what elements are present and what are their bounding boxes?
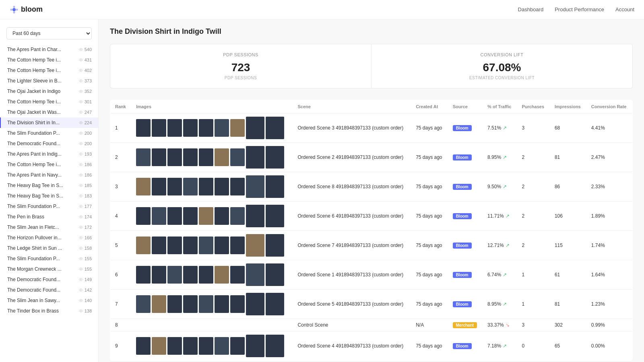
images-cell	[131, 231, 293, 260]
logo: bloom	[10, 5, 43, 14]
sidebar-item-count: 172	[78, 225, 92, 230]
product-thumbnail-large	[246, 335, 264, 357]
top-nav: bloom Dashboard Product Performance Acco…	[0, 0, 644, 19]
sidebar-item[interactable]: The Ojai Jacket in Indigo 352	[0, 86, 98, 97]
source-cell: Merchant	[448, 319, 483, 331]
product-thumbnail	[183, 295, 198, 313]
product-thumbnail-large	[246, 263, 264, 286]
sidebar-item-count: 193	[78, 152, 92, 156]
date-filter-select[interactable]: Past 60 days Past 7 days Past 30 days Pa…	[6, 27, 92, 39]
product-thumbnail-large	[266, 293, 284, 315]
conversion-lift-sub: ESTIMATED CONVERSION LIFT	[469, 76, 535, 80]
created-at-cell: 75 days ago	[411, 113, 448, 143]
product-thumbnail-large	[266, 205, 284, 227]
nav-product-performance[interactable]: Product Performance	[555, 6, 604, 12]
impressions-cell: 68	[550, 113, 586, 143]
merchant-badge: Merchant	[453, 322, 477, 328]
product-thumbnail	[167, 266, 182, 284]
product-thumbnail	[230, 178, 245, 195]
eye-icon	[78, 131, 83, 136]
sidebar-item[interactable]: The Heavy Bag Tee in S... 183	[0, 191, 98, 201]
rank-cell: 3	[110, 172, 132, 202]
rank-cell: 1	[110, 113, 132, 143]
sidebar-item[interactable]: The Horizon Pullover in... 166	[0, 232, 98, 243]
eye-icon	[78, 277, 83, 282]
sidebar-item[interactable]: The Lighter Sleeve in B... 373	[0, 76, 98, 86]
sidebar-item[interactable]: The Pen in Brass 174	[0, 212, 98, 222]
sidebar-item[interactable]: The Tinder Box in Brass 138	[0, 306, 98, 316]
svg-point-8	[80, 80, 81, 81]
table-row: 6Ordered Scene 1 4918948397133 (custom o…	[110, 260, 633, 290]
nav-links: Dashboard Product Performance Account	[518, 6, 634, 12]
table-row: 8Control SceneN/AMerchant33.37%↘33020.99…	[110, 319, 633, 331]
eye-icon	[78, 235, 83, 240]
sidebar-item[interactable]: The Heavy Bag Tee in S... 185	[0, 180, 98, 191]
bloom-badge: Bloom	[453, 154, 472, 160]
impressions-cell: 61	[550, 260, 586, 290]
sidebar-item[interactable]: The Morgan Crewneck ... 155	[0, 264, 98, 274]
sidebar-item[interactable]: The Ojai Jacket in Was... 247	[0, 107, 98, 117]
table-header-cell: Scene	[293, 100, 411, 113]
product-thumbnail	[152, 207, 166, 225]
table-row: 5Ordered Scene 7 4918948397133 (custom o…	[110, 231, 633, 260]
stats-row: PDP Sessions 723 PDP SESSIONS Conversion…	[110, 44, 633, 88]
sidebar-item[interactable]: The Slim Foundation P... 155	[0, 253, 98, 264]
product-thumbnail-large	[266, 175, 284, 198]
sidebar-item-name: The Lighter Sleeve in B...	[7, 78, 62, 84]
product-thumbnail	[215, 266, 229, 284]
sidebar-item[interactable]: The Democratic Found... 200	[0, 138, 98, 149]
sidebar-item[interactable]: The Cotton Hemp Tee i... 431	[0, 55, 98, 65]
product-thumbnail	[230, 119, 245, 137]
sidebar-item[interactable]: The Slim Jean in Sawy... 140	[0, 295, 98, 306]
created-at-cell: 75 days ago	[411, 143, 448, 172]
images-cell	[131, 260, 293, 290]
product-thumbnail	[152, 119, 166, 137]
nav-dashboard[interactable]: Dashboard	[518, 6, 544, 12]
svg-point-30	[80, 311, 81, 311]
nav-account[interactable]: Account	[615, 6, 634, 12]
page-title: The Division Shirt in Indigo Twill	[110, 27, 633, 36]
traffic-cell: 7.51%↗	[483, 113, 517, 143]
traffic-value: 9.50%	[487, 184, 501, 189]
product-thumbnail	[183, 266, 198, 284]
sidebar-item-count: 373	[78, 78, 92, 83]
eye-icon	[78, 288, 83, 292]
svg-point-0	[12, 8, 16, 11]
eye-icon	[78, 99, 83, 104]
sidebar-item-name: The Democratic Found...	[7, 287, 60, 293]
sidebar-item[interactable]: The Ledge Shirt in Sun ... 158	[0, 243, 98, 253]
bloom-badge: Bloom	[453, 184, 472, 190]
conversion-lift-card: Conversion Lift 67.08% ESTIMATED CONVERS…	[371, 44, 633, 88]
sidebar-item[interactable]: The Cotton Hemp Tee i... 402	[0, 65, 98, 76]
conversion-rate-cell: 2.33%	[586, 172, 633, 202]
images-cell	[131, 202, 293, 231]
traffic-value: 11.71%	[487, 213, 504, 219]
product-thumbnail	[167, 295, 182, 313]
sidebar-item[interactable]: The Apres Pant in Char... 540	[0, 44, 98, 55]
sidebar-item[interactable]: The Slim Foundation P... 200	[0, 128, 98, 138]
created-at-cell: 75 days ago	[411, 231, 448, 260]
sidebar-item[interactable]: The Cotton Hemp Tee i... 186	[0, 159, 98, 170]
traffic-cell: 9.50%↗	[483, 172, 517, 202]
purchases-cell: 2	[517, 202, 550, 231]
product-thumbnail	[167, 119, 182, 137]
svg-point-21	[80, 216, 81, 217]
sidebar-item-name: The Ojai Jacket in Was...	[7, 109, 61, 115]
traffic-cell: 11.71%↗	[483, 202, 517, 231]
svg-point-14	[80, 143, 81, 144]
sidebar-item-count: 183	[78, 193, 92, 198]
sidebar-item[interactable]: The Cotton Hemp Tee i... 301	[0, 97, 98, 107]
sidebar-item[interactable]: The Slim Jean in Fletc... 172	[0, 222, 98, 232]
sidebar-item[interactable]: The Division Shirt in In... 224	[0, 117, 98, 128]
product-thumbnail-large	[266, 117, 284, 139]
sidebar-item[interactable]: The Apres Pant in Indig... 193	[0, 149, 98, 159]
sidebar-item[interactable]: The Democratic Found... 149	[0, 274, 98, 285]
svg-point-9	[80, 91, 81, 92]
bloom-badge: Bloom	[453, 243, 472, 249]
traffic-cell: 6.74%↗	[483, 260, 517, 290]
rank-cell: 2	[110, 143, 132, 172]
purchases-cell: 2	[517, 172, 550, 202]
sidebar-item[interactable]: The Slim Foundation P... 177	[0, 201, 98, 212]
sidebar-item[interactable]: The Democratic Found... 142	[0, 285, 98, 295]
sidebar-item[interactable]: The Apres Pant in Navy... 186	[0, 170, 98, 180]
